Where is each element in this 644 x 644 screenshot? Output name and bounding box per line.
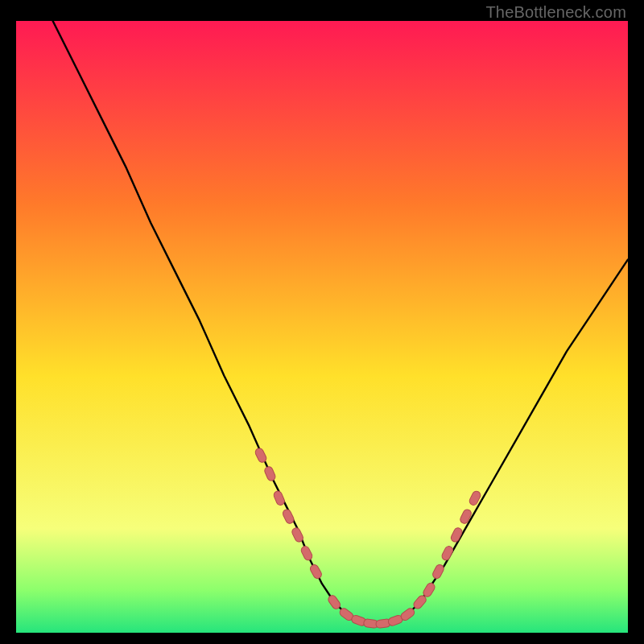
- gradient-background: [16, 21, 628, 633]
- bottleneck-chart: [16, 21, 628, 633]
- watermark-text: TheBottleneck.com: [485, 3, 626, 22]
- chart-frame: [16, 21, 628, 633]
